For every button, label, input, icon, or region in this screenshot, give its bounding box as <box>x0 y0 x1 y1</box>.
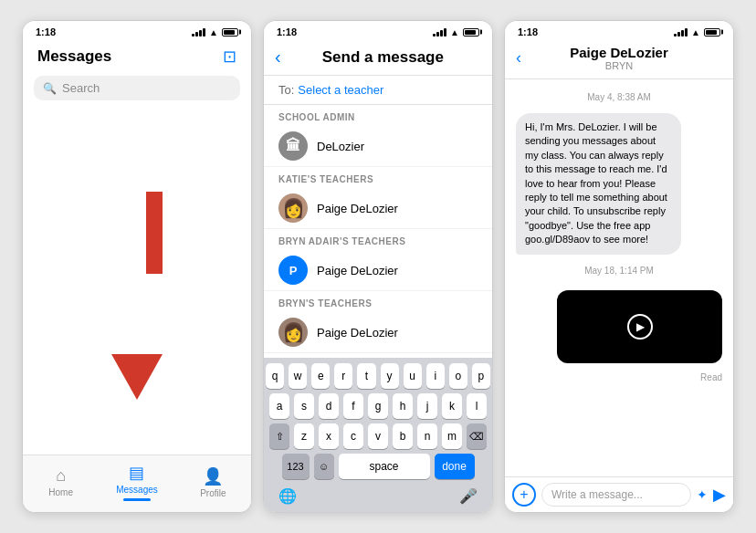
tab-messages[interactable]: ▤ Messages <box>110 463 164 501</box>
status-bar-1: 1:18 ▲ <box>23 21 251 39</box>
teacher-select[interactable]: Select a teacher <box>298 83 383 97</box>
key-z[interactable]: z <box>294 423 314 449</box>
battery-icon-3 <box>704 28 720 37</box>
key-emoji[interactable]: ☺ <box>314 454 334 479</box>
key-v[interactable]: v <box>368 423 388 449</box>
status-time-2: 1:18 <box>277 26 297 37</box>
key-c[interactable]: c <box>343 423 363 449</box>
chat-header: ‹ Paige DeLozier BRYN <box>505 39 733 79</box>
messages-content <box>23 110 251 455</box>
key-done[interactable]: done <box>435 454 475 479</box>
section-school-admin: SCHOOL ADMIN <box>264 105 492 126</box>
tab-profile[interactable]: 👤 Profile <box>185 466 240 498</box>
send-message-title: Send a message <box>289 48 478 67</box>
phone-frame-chat: 1:18 ▲ ‹ Paige DeLozier BRYN May <box>504 20 734 513</box>
key-e[interactable]: e <box>311 363 330 389</box>
wifi-icon-3: ▲ <box>691 27 700 37</box>
globe-icon[interactable]: 🌐 <box>271 484 304 508</box>
key-l[interactable]: l <box>467 393 487 419</box>
key-r[interactable]: r <box>334 363 352 389</box>
search-bar[interactable]: 🔍 Search <box>34 76 240 100</box>
list-item[interactable]: 🏛 DeLozier <box>264 126 492 167</box>
read-label: Read <box>516 372 722 382</box>
avatar-letter-p: P <box>278 256 308 285</box>
chat-timestamp-2: May 18, 1:14 PM <box>516 266 722 276</box>
status-time-1: 1:18 <box>36 26 56 37</box>
compose-icon[interactable]: ⊡ <box>223 47 236 67</box>
key-o[interactable]: o <box>449 363 467 389</box>
key-q[interactable]: q <box>266 363 284 389</box>
keyboard-row-2: a s d f g h j k l <box>266 393 490 419</box>
message-bubble-received: Hi, I'm Mrs. DeLozier. I will be sending… <box>516 113 681 255</box>
keyboard-bottom-row: 🌐 🎤 <box>266 484 490 508</box>
add-attachment-button[interactable]: + <box>512 483 536 507</box>
tab-profile-label: Profile <box>200 488 226 498</box>
search-placeholder: Search <box>62 81 100 95</box>
key-delete[interactable]: ⌫ <box>467 423 487 449</box>
chat-area: May 4, 8:38 AM Hi, I'm Mrs. DeLozier. I … <box>505 79 733 476</box>
key-k[interactable]: k <box>442 393 462 419</box>
wifi-icon: ▲ <box>209 27 218 37</box>
send-message-header: ‹ Send a message <box>264 39 492 76</box>
key-b[interactable]: b <box>393 423 413 449</box>
key-shift[interactable]: ⇧ <box>269 423 289 449</box>
key-g[interactable]: g <box>368 393 388 419</box>
messages-title: Messages <box>37 47 111 66</box>
key-numbers[interactable]: 123 <box>282 454 310 479</box>
list-item[interactable]: 👩 Paige DeLozier <box>264 312 492 353</box>
tab-messages-label: Messages <box>116 485 158 495</box>
tab-home[interactable]: ⌂ Home <box>34 466 89 497</box>
video-message[interactable]: ▶ <box>557 290 722 363</box>
keyboard[interactable]: q w e r t y u i o p a s d f g h j k l <box>264 358 492 512</box>
avatar-photo-katie: 👩 <box>278 193 308 223</box>
list-item[interactable]: P Paige DeLozier <box>264 250 492 291</box>
back-button[interactable]: ‹ <box>275 47 281 68</box>
play-button[interactable]: ▶ <box>627 314 653 340</box>
to-row[interactable]: To: Select a teacher <box>264 76 492 105</box>
send-button[interactable]: ▶ <box>713 485 726 505</box>
key-s[interactable]: s <box>294 393 314 419</box>
key-i[interactable]: i <box>426 363 445 389</box>
key-d[interactable]: d <box>319 393 339 419</box>
key-m[interactable]: m <box>442 423 462 449</box>
key-u[interactable]: u <box>404 363 422 389</box>
recipient-name: Paige DeLozier <box>317 264 398 277</box>
phone-frame-messages: 1:18 ▲ Messages ⊡ 🔍 Search <box>22 20 252 513</box>
recipient-name: Paige DeLozier <box>317 202 398 215</box>
recipient-name: Paige DeLozier <box>317 326 398 340</box>
message-input[interactable]: Write a message... <box>541 483 691 507</box>
back-button-chat[interactable]: ‹ <box>516 48 521 68</box>
key-y[interactable]: y <box>381 363 399 389</box>
chat-contact-name: Paige DeLozier <box>570 45 668 60</box>
status-icons-2: ▲ <box>433 27 479 37</box>
key-t[interactable]: t <box>357 363 375 389</box>
key-space[interactable]: space <box>339 454 430 479</box>
signal-icon-3 <box>674 28 688 37</box>
microphone-icon[interactable]: 🎤 <box>452 484 485 508</box>
status-icons-3: ▲ <box>674 27 720 37</box>
key-j[interactable]: j <box>417 393 437 419</box>
magic-icon[interactable]: ✦ <box>697 487 708 502</box>
battery-icon-2 <box>463 28 479 37</box>
avatar-photo-bryn: 👩 <box>278 318 308 347</box>
status-bar-2: 1:18 ▲ <box>264 21 492 39</box>
list-item[interactable]: 👩 Paige DeLozier <box>264 188 492 229</box>
key-w[interactable]: w <box>289 363 307 389</box>
key-f[interactable]: f <box>343 393 363 419</box>
key-n[interactable]: n <box>417 423 437 449</box>
key-p[interactable]: p <box>472 363 490 389</box>
battery-icon <box>222 28 238 37</box>
chat-input-bar: + Write a message... ✦ ▶ <box>505 476 733 512</box>
key-h[interactable]: h <box>393 393 413 419</box>
messages-header: Messages ⊡ <box>23 39 251 76</box>
keyboard-row-3: ⇧ z x c v b n m ⌫ <box>266 423 490 449</box>
avatar-institution: 🏛 <box>278 131 308 161</box>
search-icon: 🔍 <box>43 82 57 95</box>
signal-icon <box>192 28 205 37</box>
key-x[interactable]: x <box>319 423 339 449</box>
section-katies-teachers: KATIE'S TEACHERS <box>264 167 492 188</box>
to-label: To: <box>278 83 294 97</box>
keyboard-row-4: 123 ☺ space done <box>266 454 490 479</box>
keyboard-row-1: q w e r t y u i o p <box>266 363 490 389</box>
key-a[interactable]: a <box>269 393 289 419</box>
